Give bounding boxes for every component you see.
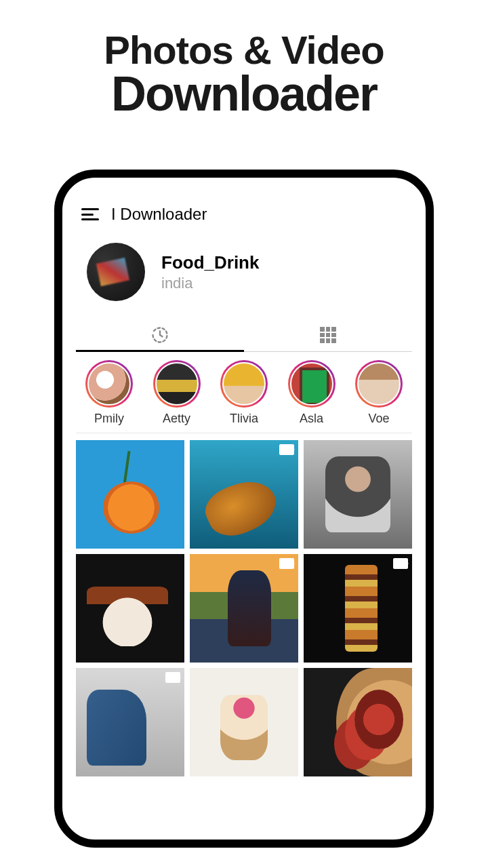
- story-avatar: [220, 360, 268, 408]
- profile-avatar[interactable]: [87, 243, 145, 301]
- story-avatar: [288, 360, 336, 408]
- posts-grid: [76, 440, 412, 776]
- profile-location: india: [161, 275, 259, 292]
- post-thumbnail[interactable]: [190, 668, 298, 776]
- tabbar: [76, 319, 412, 352]
- post-thumbnail[interactable]: [76, 554, 184, 663]
- topbar: I Downloader: [76, 205, 412, 224]
- story-avatar: [85, 360, 133, 408]
- app-title: I Downloader: [111, 205, 207, 224]
- story-label: Aetty: [163, 412, 190, 426]
- hero-line2: Downloader: [0, 66, 488, 121]
- video-icon: [279, 444, 294, 455]
- profile-text: Food_Drink india: [161, 252, 259, 292]
- story-label: Tlivia: [230, 412, 258, 426]
- story-item[interactable]: Voe: [348, 360, 409, 426]
- profile-username: Food_Drink: [161, 252, 259, 273]
- post-thumbnail[interactable]: [304, 440, 412, 549]
- post-thumbnail[interactable]: [304, 554, 412, 663]
- history-icon: [150, 326, 169, 344]
- post-thumbnail[interactable]: [190, 554, 298, 663]
- grid-icon: [320, 327, 336, 343]
- menu-icon[interactable]: [81, 208, 99, 220]
- story-item[interactable]: Pmily: [79, 360, 140, 426]
- tab-grid[interactable]: [244, 319, 412, 351]
- profile-header: Food_Drink india: [76, 243, 412, 301]
- post-thumbnail[interactable]: [76, 440, 184, 549]
- story-avatar: [153, 360, 201, 408]
- video-icon: [393, 558, 408, 569]
- story-label: Pmily: [94, 412, 124, 426]
- story-avatar: [355, 360, 403, 408]
- phone-frame: I Downloader Food_Drink india: [54, 170, 434, 848]
- video-icon: [279, 558, 294, 569]
- story-item[interactable]: Aetty: [146, 360, 207, 426]
- phone-content: I Downloader Food_Drink india: [62, 178, 426, 776]
- story-label: Voe: [368, 412, 389, 426]
- video-icon: [165, 672, 180, 683]
- story-item[interactable]: Tlivia: [214, 360, 274, 426]
- story-label: Asla: [300, 412, 323, 426]
- stories-row: Pmily Aetty Tlivia Asla Voe: [76, 352, 412, 433]
- hero-title: Photos & Video Downloader: [0, 27, 488, 121]
- post-thumbnail[interactable]: [76, 668, 184, 776]
- post-thumbnail[interactable]: [190, 440, 298, 549]
- post-thumbnail[interactable]: [304, 668, 412, 776]
- tab-history[interactable]: [76, 319, 244, 351]
- story-item[interactable]: Asla: [281, 360, 342, 426]
